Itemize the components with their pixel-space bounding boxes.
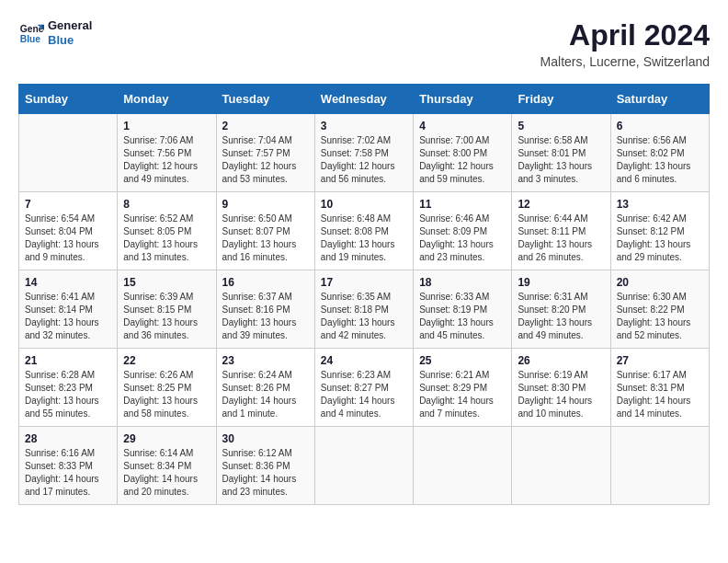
day-info: Sunrise: 6:19 AM Sunset: 8:30 PM Dayligh… (518, 369, 604, 420)
day-cell (610, 427, 709, 505)
svg-text:Blue: Blue (20, 34, 41, 44)
day-number: 4 (419, 120, 506, 132)
day-number: 25 (419, 354, 506, 367)
day-number: 26 (518, 354, 604, 367)
day-info: Sunrise: 6:16 AM Sunset: 8:33 PM Dayligh… (25, 447, 111, 499)
day-info: Sunrise: 7:04 AM Sunset: 7:57 PM Dayligh… (222, 134, 309, 186)
day-number: 10 (321, 198, 407, 211)
day-cell: 21Sunrise: 6:28 AM Sunset: 8:23 PM Dayli… (19, 349, 118, 427)
day-number: 20 (617, 276, 703, 289)
day-number: 29 (123, 432, 210, 445)
day-info: Sunrise: 6:46 AM Sunset: 8:09 PM Dayligh… (419, 213, 506, 264)
day-info: Sunrise: 6:41 AM Sunset: 8:14 PM Dayligh… (25, 291, 111, 342)
day-number: 21 (25, 354, 111, 367)
day-info: Sunrise: 6:31 AM Sunset: 8:20 PM Dayligh… (518, 291, 604, 342)
main-title: April 2024 (540, 18, 710, 52)
day-cell: 13Sunrise: 6:42 AM Sunset: 8:12 PM Dayli… (610, 192, 709, 270)
header-cell-monday: Monday (118, 85, 216, 114)
header-cell-friday: Friday (512, 85, 610, 114)
day-cell: 7Sunrise: 6:54 AM Sunset: 8:04 PM Daylig… (19, 192, 118, 270)
day-cell: 22Sunrise: 6:26 AM Sunset: 8:25 PM Dayli… (118, 349, 216, 427)
header-cell-tuesday: Tuesday (216, 85, 314, 114)
day-cell (19, 114, 118, 192)
day-info: Sunrise: 6:48 AM Sunset: 8:08 PM Dayligh… (321, 213, 407, 264)
day-cell: 30Sunrise: 6:12 AM Sunset: 8:36 PM Dayli… (216, 427, 314, 505)
week-row-5: 28Sunrise: 6:16 AM Sunset: 8:33 PM Dayli… (19, 427, 710, 505)
day-number: 18 (419, 276, 506, 289)
day-cell: 26Sunrise: 6:19 AM Sunset: 8:30 PM Dayli… (512, 349, 610, 427)
day-number: 5 (518, 120, 604, 132)
day-info: Sunrise: 6:12 AM Sunset: 8:36 PM Dayligh… (222, 447, 309, 499)
day-cell: 14Sunrise: 6:41 AM Sunset: 8:14 PM Dayli… (19, 270, 118, 349)
day-info: Sunrise: 6:30 AM Sunset: 8:22 PM Dayligh… (617, 291, 703, 342)
day-cell: 1Sunrise: 7:06 AM Sunset: 7:56 PM Daylig… (118, 114, 216, 192)
day-number: 28 (25, 432, 111, 445)
header-row: SundayMondayTuesdayWednesdayThursdayFrid… (19, 85, 710, 114)
day-info: Sunrise: 6:14 AM Sunset: 8:34 PM Dayligh… (123, 447, 210, 499)
day-number: 13 (617, 198, 703, 211)
day-number: 22 (123, 354, 210, 367)
day-cell (314, 427, 413, 505)
day-number: 24 (321, 354, 407, 367)
day-cell: 12Sunrise: 6:44 AM Sunset: 8:11 PM Dayli… (512, 192, 610, 270)
day-info: Sunrise: 6:26 AM Sunset: 8:25 PM Dayligh… (123, 369, 210, 420)
day-info: Sunrise: 6:21 AM Sunset: 8:29 PM Dayligh… (419, 369, 506, 420)
header-cell-sunday: Sunday (19, 85, 118, 114)
day-info: Sunrise: 6:35 AM Sunset: 8:18 PM Dayligh… (321, 291, 407, 342)
day-number: 15 (123, 276, 210, 289)
day-number: 27 (617, 354, 703, 367)
day-cell: 28Sunrise: 6:16 AM Sunset: 8:33 PM Dayli… (19, 427, 118, 505)
logo-text: General Blue (48, 18, 92, 47)
day-cell: 3Sunrise: 7:02 AM Sunset: 7:58 PM Daylig… (314, 114, 413, 192)
page-header: General Blue General Blue April 2024 Mal… (18, 18, 710, 69)
day-number: 2 (222, 120, 309, 132)
week-row-4: 21Sunrise: 6:28 AM Sunset: 8:23 PM Dayli… (19, 349, 710, 427)
logo: General Blue General Blue (18, 18, 92, 47)
header-cell-thursday: Thursday (414, 85, 512, 114)
day-cell: 5Sunrise: 6:58 AM Sunset: 8:01 PM Daylig… (512, 114, 610, 192)
day-info: Sunrise: 6:17 AM Sunset: 8:31 PM Dayligh… (617, 369, 703, 420)
day-cell: 8Sunrise: 6:52 AM Sunset: 8:05 PM Daylig… (118, 192, 216, 270)
day-cell: 17Sunrise: 6:35 AM Sunset: 8:18 PM Dayli… (314, 270, 413, 349)
day-cell: 18Sunrise: 6:33 AM Sunset: 8:19 PM Dayli… (414, 270, 512, 349)
day-cell: 19Sunrise: 6:31 AM Sunset: 8:20 PM Dayli… (512, 270, 610, 349)
day-info: Sunrise: 6:50 AM Sunset: 8:07 PM Dayligh… (222, 213, 309, 264)
day-cell: 11Sunrise: 6:46 AM Sunset: 8:09 PM Dayli… (414, 192, 512, 270)
logo-icon: General Blue (18, 20, 44, 46)
day-info: Sunrise: 6:44 AM Sunset: 8:11 PM Dayligh… (518, 213, 604, 264)
week-row-3: 14Sunrise: 6:41 AM Sunset: 8:14 PM Dayli… (19, 270, 710, 349)
title-block: April 2024 Malters, Lucerne, Switzerland (540, 18, 710, 69)
day-number: 6 (617, 120, 703, 132)
day-cell: 20Sunrise: 6:30 AM Sunset: 8:22 PM Dayli… (610, 270, 709, 349)
day-cell: 15Sunrise: 6:39 AM Sunset: 8:15 PM Dayli… (118, 270, 216, 349)
day-number: 30 (222, 432, 309, 445)
day-info: Sunrise: 6:23 AM Sunset: 8:27 PM Dayligh… (321, 369, 407, 420)
day-number: 19 (518, 276, 604, 289)
header-cell-wednesday: Wednesday (314, 85, 413, 114)
day-number: 23 (222, 354, 309, 367)
day-number: 8 (123, 198, 210, 211)
day-cell: 24Sunrise: 6:23 AM Sunset: 8:27 PM Dayli… (314, 349, 413, 427)
day-cell: 23Sunrise: 6:24 AM Sunset: 8:26 PM Dayli… (216, 349, 314, 427)
day-info: Sunrise: 6:33 AM Sunset: 8:19 PM Dayligh… (419, 291, 506, 342)
day-cell: 9Sunrise: 6:50 AM Sunset: 8:07 PM Daylig… (216, 192, 314, 270)
day-cell: 2Sunrise: 7:04 AM Sunset: 7:57 PM Daylig… (216, 114, 314, 192)
day-number: 7 (25, 198, 111, 211)
day-info: Sunrise: 6:56 AM Sunset: 8:02 PM Dayligh… (617, 134, 703, 186)
day-info: Sunrise: 6:58 AM Sunset: 8:01 PM Dayligh… (518, 134, 604, 186)
day-cell: 10Sunrise: 6:48 AM Sunset: 8:08 PM Dayli… (314, 192, 413, 270)
calendar-table: SundayMondayTuesdayWednesdayThursdayFrid… (18, 84, 710, 505)
header-cell-saturday: Saturday (610, 85, 709, 114)
day-cell: 16Sunrise: 6:37 AM Sunset: 8:16 PM Dayli… (216, 270, 314, 349)
day-number: 3 (321, 120, 407, 132)
day-number: 16 (222, 276, 309, 289)
day-info: Sunrise: 7:00 AM Sunset: 8:00 PM Dayligh… (419, 134, 506, 186)
day-number: 14 (25, 276, 111, 289)
day-info: Sunrise: 6:37 AM Sunset: 8:16 PM Dayligh… (222, 291, 309, 342)
day-info: Sunrise: 6:39 AM Sunset: 8:15 PM Dayligh… (123, 291, 210, 342)
day-number: 11 (419, 198, 506, 211)
calendar-header: SundayMondayTuesdayWednesdayThursdayFrid… (19, 85, 710, 114)
day-cell (512, 427, 610, 505)
day-cell: 25Sunrise: 6:21 AM Sunset: 8:29 PM Dayli… (414, 349, 512, 427)
week-row-1: 1Sunrise: 7:06 AM Sunset: 7:56 PM Daylig… (19, 114, 710, 192)
